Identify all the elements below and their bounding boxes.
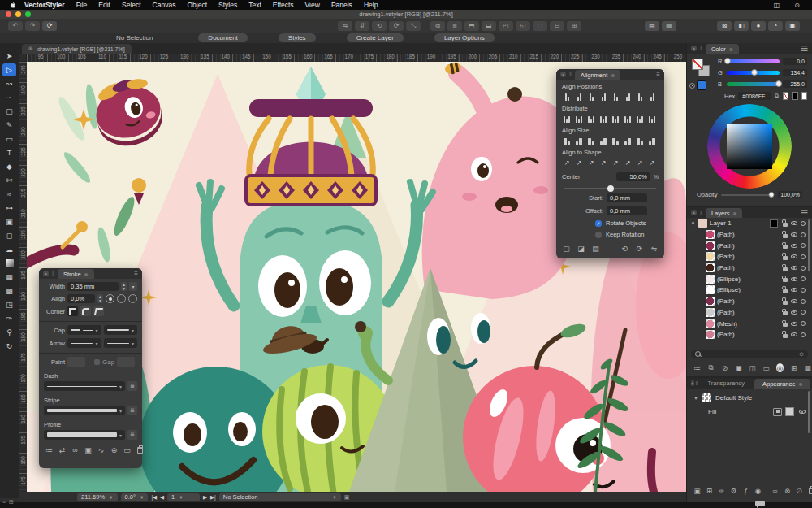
- lock-icon[interactable]: [783, 256, 788, 260]
- panel-menu-icon[interactable]: ≡: [134, 270, 138, 277]
- layers-panel-tab[interactable]: Layers ⊗: [706, 208, 743, 218]
- size-match-h-icon[interactable]: [623, 136, 633, 145]
- white-swatch[interactable]: [801, 92, 807, 100]
- lock-icon[interactable]: [783, 311, 788, 315]
- close-panel-icon[interactable]: ×: [691, 210, 697, 215]
- target-icon[interactable]: [801, 266, 806, 271]
- profile-select[interactable]: ▾: [44, 430, 125, 440]
- artboard-icon[interactable]: ▭: [762, 364, 770, 372]
- width-stepper[interactable]: ▲▼: [121, 282, 127, 291]
- width-tool[interactable]: ⊶: [2, 202, 16, 215]
- tab-appearance[interactable]: Appearance ⊗: [754, 379, 810, 389]
- menu-status-icon[interactable]: ⊙: [793, 2, 801, 9]
- menu-item-file[interactable]: File: [76, 1, 88, 9]
- shape-start-icon[interactable]: ↗: [562, 158, 572, 167]
- stroke-panel-tab[interactable]: Stroke ⊗: [58, 269, 94, 279]
- size-fit-icon[interactable]: [647, 136, 657, 145]
- duplicate-layer-icon[interactable]: ⧉: [707, 363, 715, 372]
- visibility-icon[interactable]: [791, 221, 797, 225]
- ellipse-tool[interactable]: ◻: [2, 229, 16, 242]
- layer-name[interactable]: (Path): [717, 253, 780, 260]
- ruler-corner[interactable]: [19, 54, 27, 62]
- layer-options-button[interactable]: Layer Options: [434, 33, 495, 42]
- layer-name[interactable]: (Mesh): [717, 320, 780, 328]
- channel-r-knob[interactable]: [724, 58, 731, 64]
- align-v-middle-icon[interactable]: [623, 92, 633, 102]
- pen-tool[interactable]: ✎: [2, 119, 16, 132]
- shape-two-thirds-icon[interactable]: ↗: [611, 158, 620, 167]
- active-color-indicator[interactable]: [689, 80, 706, 90]
- target-icon[interactable]: [801, 243, 806, 248]
- disable-appearance-icon[interactable]: ∅: [796, 487, 803, 495]
- page-select[interactable]: 1▼: [167, 493, 200, 501]
- visibility-icon[interactable]: [791, 288, 797, 292]
- page-align-icon[interactable]: ▤: [592, 245, 599, 253]
- pressure-curve-icon[interactable]: ∿: [97, 446, 105, 454]
- start-input[interactable]: 0,0 mm: [607, 193, 647, 202]
- alignment-panel-tab[interactable]: Alignment ⊗: [575, 70, 620, 80]
- distribute-left-icon[interactable]: [562, 114, 572, 124]
- opacity-knob[interactable]: [768, 192, 774, 198]
- reference-point-icon[interactable]: ◪: [577, 245, 585, 253]
- image-tool[interactable]: ▣: [2, 215, 16, 228]
- target-icon[interactable]: [801, 310, 806, 315]
- visibility-icon[interactable]: [791, 232, 797, 237]
- distribute-h-gap-icon[interactable]: [598, 114, 608, 124]
- snapshot-icon[interactable]: ◉: [754, 487, 762, 495]
- clip-mask-icon[interactable]: ⊘: [721, 364, 728, 372]
- curvature-tool[interactable]: ↝: [2, 77, 16, 90]
- distribute-objects-icon[interactable]: ⊞: [567, 21, 581, 31]
- target-layer-icon[interactable]: ◎: [776, 363, 784, 372]
- target-icon[interactable]: [801, 276, 806, 281]
- next-page-button[interactable]: ▶: [203, 494, 207, 501]
- panel-menu-icon[interactable]: ≡: [656, 71, 660, 78]
- color-picker-icon[interactable]: ⧉: [774, 93, 779, 100]
- menu-item-effects[interactable]: Effects: [273, 1, 294, 9]
- distribute-h-center-icon[interactable]: [574, 114, 584, 124]
- color-panel-tab[interactable]: Color ⊗: [706, 44, 739, 54]
- layer-row[interactable]: (Path): [687, 240, 812, 251]
- size-width-min-icon[interactable]: [562, 136, 572, 145]
- channel-r-slider[interactable]: [727, 59, 780, 63]
- link-stroke-icon[interactable]: ∞: [71, 446, 79, 454]
- undo-icon[interactable]: ↶: [8, 21, 23, 31]
- layer-color-swatch[interactable]: [770, 219, 778, 228]
- shape-third-icon[interactable]: ↗: [586, 158, 596, 167]
- layer-name[interactable]: Layer 1: [710, 219, 767, 227]
- target-icon[interactable]: [801, 321, 806, 326]
- lock-icon[interactable]: [783, 234, 788, 238]
- new-view-icon[interactable]: ▤: [645, 21, 659, 31]
- align-edges-icon[interactable]: [598, 92, 608, 102]
- stroke-panel-header[interactable]: × ‖ Stroke ⊗ ≡: [39, 268, 142, 279]
- rotate-view-tool[interactable]: ↻: [2, 340, 16, 353]
- stripe-options-icon[interactable]: ≣: [127, 406, 137, 415]
- visibility-icon[interactable]: [791, 266, 797, 270]
- align-top-icon[interactable]: [611, 92, 620, 102]
- pages-quick-icon[interactable]: ⊞: [9, 499, 14, 506]
- opacity-slider[interactable]: [721, 194, 774, 196]
- fill-visibility-icon[interactable]: [799, 410, 806, 414]
- add-stroke-icon[interactable]: ⊕: [110, 446, 118, 454]
- align-stepper[interactable]: ▲▼: [97, 294, 103, 303]
- shape-end-icon[interactable]: ↗: [635, 158, 645, 167]
- lock-object-icon[interactable]: ◻: [533, 21, 547, 31]
- panel-layout-icon[interactable]: ▥: [662, 21, 676, 31]
- size-match-both-icon[interactable]: [635, 136, 645, 145]
- close-tab-icon[interactable]: ⊗: [84, 271, 89, 277]
- lock-icon[interactable]: [783, 267, 788, 271]
- lasso-tool[interactable]: ∽: [2, 91, 16, 104]
- menu-item-canvas[interactable]: Canvas: [153, 1, 176, 9]
- layer-name[interactable]: (Path): [717, 242, 780, 250]
- bounds-icon[interactable]: ▢: [563, 245, 570, 253]
- layer-name[interactable]: (Path): [717, 231, 780, 238]
- menu-item-view[interactable]: View: [305, 1, 320, 9]
- group-layer-icon[interactable]: ▣: [735, 364, 742, 372]
- channel-b-slider[interactable]: [727, 82, 780, 86]
- cap-end-select[interactable]: ▾: [104, 325, 138, 335]
- layer-name[interactable]: (Path): [717, 331, 780, 338]
- target-icon[interactable]: [801, 288, 806, 293]
- align-outside-button[interactable]: [128, 294, 137, 303]
- align-center-button[interactable]: [106, 294, 114, 303]
- distribute-right-icon[interactable]: [586, 114, 596, 124]
- frame-layer-icon[interactable]: ◫: [749, 364, 756, 372]
